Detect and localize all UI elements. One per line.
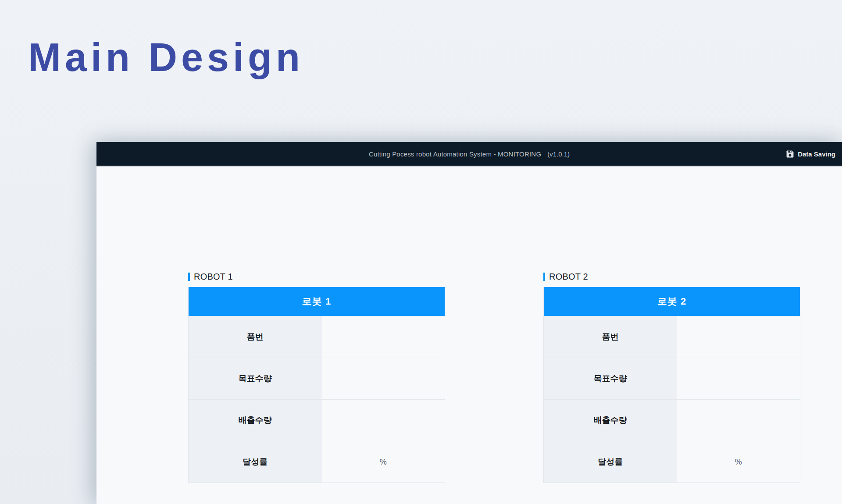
robot-1-section: ROBOT 1 로봇 1 품번 목표수량 배출수량 달성률 % xyxy=(188,272,445,483)
robot-1-table-header: 로봇 1 xyxy=(189,287,445,316)
row-label-target-qty: 목표수량 xyxy=(189,358,322,399)
row-label-target-qty: 목표수량 xyxy=(544,358,677,399)
robot-2-section: ROBOT 2 로봇 2 품번 목표수량 배출수량 달성률 % xyxy=(543,272,800,483)
robot-1-table: 로봇 1 품번 목표수량 배출수량 달성률 % xyxy=(188,287,445,483)
row-value-achievement-rate: % xyxy=(677,441,800,483)
robot-2-section-label: ROBOT 2 xyxy=(549,272,588,282)
row-value-target-qty xyxy=(677,358,800,399)
table-row: 품번 xyxy=(544,316,800,358)
row-label-output-qty: 배출수량 xyxy=(189,400,322,441)
accent-bar-icon xyxy=(543,273,545,281)
table-row: 배출수량 xyxy=(544,399,800,441)
accent-bar-icon xyxy=(188,273,190,281)
row-value-part-number xyxy=(322,316,445,358)
row-value-output-qty xyxy=(677,400,800,441)
titlebar-version: (v1.0.1) xyxy=(547,150,570,158)
row-value-part-number xyxy=(677,316,800,358)
table-row: 목표수량 xyxy=(189,358,445,399)
row-label-part-number: 품번 xyxy=(189,316,322,358)
row-label-achievement-rate: 달성률 xyxy=(544,441,677,483)
table-row: 품번 xyxy=(189,316,445,358)
robot-1-section-header: ROBOT 1 xyxy=(188,272,445,282)
monitoring-app-window: Cutting Pocess robot Automation System -… xyxy=(96,142,842,504)
robot-2-table: 로봇 2 품번 목표수량 배출수량 달성률 % xyxy=(543,287,800,483)
row-value-output-qty xyxy=(322,400,445,441)
data-saving-button[interactable]: Data Saving xyxy=(786,142,835,166)
main-content: ROBOT 1 로봇 1 품번 목표수량 배출수량 달성률 % xyxy=(96,167,842,483)
table-row: 달성률 % xyxy=(544,441,800,483)
row-label-achievement-rate: 달성률 xyxy=(189,441,322,483)
row-label-part-number: 품번 xyxy=(544,316,677,358)
row-value-achievement-rate: % xyxy=(322,441,445,483)
robot-1-section-label: ROBOT 1 xyxy=(194,272,233,282)
titlebar: Cutting Pocess robot Automation System -… xyxy=(96,142,842,167)
row-value-target-qty xyxy=(322,358,445,399)
row-label-output-qty: 배출수량 xyxy=(544,400,677,441)
table-row: 달성률 % xyxy=(189,441,445,483)
table-row: 배출수량 xyxy=(189,399,445,441)
table-row: 목표수량 xyxy=(544,358,800,399)
floppy-disk-icon xyxy=(786,150,794,158)
robot-2-section-header: ROBOT 2 xyxy=(543,272,800,282)
robot-2-table-header: 로봇 2 xyxy=(544,287,800,316)
page-title: Main Design xyxy=(28,35,304,80)
data-saving-label: Data Saving xyxy=(798,150,835,158)
titlebar-title: Cutting Pocess robot Automation System -… xyxy=(369,150,541,158)
